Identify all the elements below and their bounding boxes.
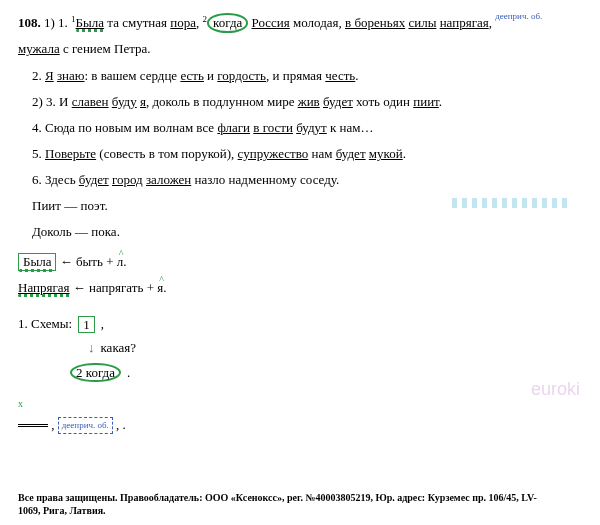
exercise-number: 108. [18,15,41,30]
word-napryagaya: напрягая [440,15,489,30]
text-1a: та смутная [107,15,167,30]
schema-comma: , [101,313,104,335]
word-chest: честь [325,68,355,83]
word-budu: буду [112,94,137,109]
word-rossiya: Россия [252,15,290,30]
arrow-left-icon-2: ← [73,280,86,295]
x-mark-icon: x [18,398,23,409]
word-znayu: знаю [57,68,85,83]
word-ya: Я [45,68,54,83]
word-mukoy: мукой [369,146,403,161]
line-4: 4. Сюда по новым им волнам все флаги в г… [18,117,582,139]
text-4a: Сюда по новым им волнам все [45,120,214,135]
text-3h: хоть один [356,94,410,109]
morph-line-2: Напрягая ← напрягать + я. [18,277,582,299]
word-flagi: флаги [217,120,250,135]
line-3: 2) 3. И славен буду я, доколь в подлунно… [18,91,582,113]
schema-dot: . [127,362,130,384]
gloss-2: Доколь — пока. [18,221,582,243]
gloss1-right: поэт. [80,198,107,213]
arrow-left-icon: ← [60,254,73,269]
word-zalozhen: заложен [146,172,191,187]
item6-num: 6. [32,172,42,187]
line-5: 5. Поверьте (совесть в том порукой), суп… [18,143,582,165]
schema-bottom: x , дееприч. об. , . [18,392,582,436]
word-sily: силы [408,15,436,30]
schema-box-1: 1 [78,316,95,334]
decorative-wave [452,198,572,208]
word-slaven: славен [72,94,109,109]
arrow-down-icon: ↓ [88,337,95,359]
schema-box2-num: 2 [76,365,83,380]
gloss2-right: пока. [91,224,120,239]
item5-num: 5. [32,146,42,161]
line-2: 2. Я знаю: в вашем сердце есть и гордост… [18,65,582,87]
group1-label: 1) [44,15,55,30]
item3-num: 3. [46,94,56,109]
word-kogda-circled: когда [207,13,248,33]
gloss2-sep: — [72,224,92,239]
text-2c: : в вашем сердце [85,68,178,83]
dashed-box-deeprich: дееприч. об. [58,417,113,434]
morph-word-byla: Была [18,253,56,271]
word-piit: пиит [413,94,439,109]
gloss2-left: Доколь [32,224,72,239]
text-1c: , [196,15,199,30]
word-borenyah: в бореньях [345,15,405,30]
morph-part2a: напрягать + [89,280,154,295]
schema-label: 1. Схемы: [18,313,72,335]
word-budet5: будет [336,146,366,161]
text-2g: , и прямая [266,68,322,83]
footer: Все права защищены. Правообладатель: ООО… [18,491,582,517]
text-6a: Здесь [45,172,76,187]
text-5d: нам [311,146,332,161]
word-pora: пора [170,15,196,30]
word-byla: Была [76,15,104,30]
text-5g: . [403,146,406,161]
morph-suffix-l: л [117,254,124,269]
word-gorod: город [112,172,143,187]
schema-block: 1. Схемы: 1 , ↓ какая? 2 когда . [18,313,582,383]
word-muzhala: мужала [18,41,60,56]
text-6e: назло надменному соседу. [194,172,339,187]
word-poverte: Поверьте [45,146,96,161]
item2-num: 2. [32,68,42,83]
word-budut: будут [296,120,327,135]
text-4e: к нам… [330,120,374,135]
schema-box-2: 2 когда [70,363,121,383]
morph-part1a: быть + [76,254,114,269]
word-gordost: гордость [217,68,266,83]
morph-end1: . [123,254,126,269]
morph-suffix-ya: я [157,280,163,295]
annotation-deeprich: дееприч. об. [495,11,542,21]
text-1l: с гением Петра. [63,41,151,56]
word-budet6: будет [79,172,109,187]
item1-num: 1. [58,15,68,30]
footer-line2: 1069, Рига, Латвия. [18,505,106,516]
line-1-cont: мужала с гением Петра. [18,38,582,60]
morph-word-napryagaya: Напрягая [18,280,70,295]
watermark: euroki [531,374,580,405]
text-3a: И [59,94,68,109]
text-3j: . [439,94,442,109]
word-budet3: будет [323,94,353,109]
word-supruzhestvo: супружество [238,146,309,161]
item4-num: 4. [32,120,42,135]
line-6: 6. Здесь будет город заложен назло надме… [18,169,582,191]
gloss1-sep: — [61,198,81,213]
comma-sep2: , . [116,417,126,432]
footer-line1: Все права защищены. Правообладатель: ООО… [18,492,537,503]
schema-question: какая? [101,337,137,359]
word-est: есть [180,68,203,83]
text-1j: , [489,15,492,30]
text-2e: и [207,68,214,83]
schema-box2-word: когда [86,365,115,380]
group2-label: 2) [32,94,43,109]
double-underline-icon [18,424,48,427]
text-1f: молодая, [293,15,342,30]
superscript-1: 1 [71,14,76,24]
line-1: 108. 1) 1. 1Была та смутная пора, 2когда… [18,12,582,34]
text-5b: (совесть в том порукой), [99,146,234,161]
text-3e: , доколь в подлунном мире [146,94,294,109]
word-vgosti: в гости [253,120,293,135]
